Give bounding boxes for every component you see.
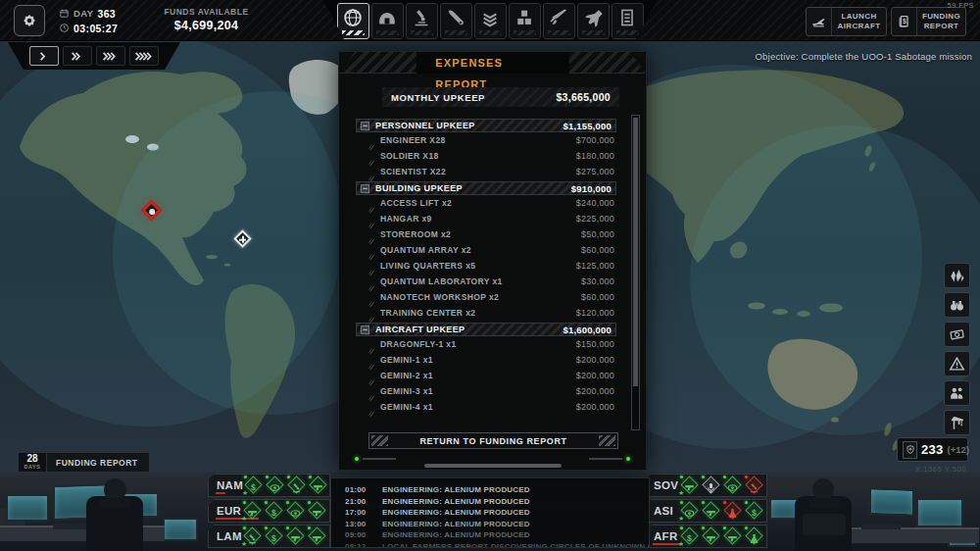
funding-report-label: FUNDING REPORT <box>917 8 965 35</box>
nav-tab-engineering[interactable] <box>440 3 472 39</box>
gun-icon[interactable] <box>307 526 327 547</box>
gun-icon[interactable] <box>285 526 306 547</box>
svg-text:$: $ <box>271 533 276 543</box>
microscope-icon[interactable] <box>286 475 307 496</box>
gun-icon[interactable] <box>701 500 721 522</box>
gun-icon[interactable]: ★ <box>679 475 700 496</box>
gun-icon[interactable] <box>307 500 327 522</box>
expense-item-value: $150,000 <box>576 339 614 349</box>
gun-icon[interactable] <box>308 475 328 496</box>
geoscape-toolbar <box>944 263 970 435</box>
expense-item-value: $120,000 <box>576 308 614 318</box>
expense-item-value: $225,000 <box>576 214 614 224</box>
log-entry: 09:00 ENGINEERING: ALENIUM PRODUCED <box>345 529 649 541</box>
gun-icon[interactable]: ★ <box>242 500 263 522</box>
recon-button[interactable] <box>944 292 970 318</box>
status-dot <box>723 501 726 504</box>
nav-tab-geoscape[interactable] <box>337 3 369 39</box>
resource-counter[interactable]: 233 (+12) <box>897 437 968 462</box>
collapse-minus-icon[interactable]: − <box>361 184 369 193</box>
nav-tab-base[interactable] <box>371 3 404 39</box>
nav-tab-research[interactable] <box>406 3 438 39</box>
jet-icon <box>582 7 604 28</box>
calendar-icon <box>59 8 70 19</box>
expense-item-value: $200,000 <box>576 402 614 412</box>
expense-section-header[interactable]: − BUILDING UPKEEP $910,000 <box>356 181 616 195</box>
icon-frame <box>266 476 283 493</box>
dollar-icon[interactable]: $★ <box>243 475 264 496</box>
region-row-asi[interactable]: ASI ★$ <box>645 499 767 523</box>
days-value: 28 <box>19 454 46 464</box>
region-row-sov[interactable]: SOV ★ <box>645 474 767 497</box>
eye-icon[interactable] <box>265 475 285 496</box>
personnel-button[interactable] <box>944 380 970 406</box>
speed-button-4x[interactable] <box>129 46 159 66</box>
star-icon: ★ <box>678 489 684 496</box>
gun-icon[interactable] <box>722 526 743 547</box>
log-entry: 01:00 ENGINEERING: ALENIUM PRODUCED <box>345 484 649 496</box>
skull-icon <box>149 209 155 215</box>
scrollbar-track[interactable] <box>631 115 640 430</box>
flask-icon[interactable] <box>722 500 743 522</box>
funding-report-button[interactable]: $ FUNDING REPORT <box>891 7 966 36</box>
dollar-icon[interactable]: $ <box>264 526 284 547</box>
flask-icon[interactable] <box>744 526 764 547</box>
event-log[interactable]: 01:00 ENGINEERING: ALENIUM PRODUCED 21:0… <box>330 477 650 548</box>
plane-icon <box>807 8 832 35</box>
tab-stripe <box>479 30 502 35</box>
region-status-icons: ★ <box>679 475 766 496</box>
status-led <box>355 457 359 461</box>
funding-report-notice[interactable]: 28 DAYS FUNDING REPORT <box>18 452 150 473</box>
nav-tab-soldiers[interactable] <box>474 3 507 39</box>
time-speed-controls <box>8 42 180 70</box>
eye-icon[interactable] <box>285 500 306 522</box>
region-row-lam[interactable]: LAM ★$ <box>208 525 330 548</box>
mic-icon[interactable] <box>701 475 721 496</box>
expense-section-header[interactable]: − PERSONNEL UPKEEP $1,155,000 <box>356 119 616 132</box>
expense-item-row: QUANTUM LABORATORY x1 $30,000 <box>356 274 616 289</box>
gun-icon[interactable] <box>701 526 721 547</box>
status-dot <box>286 501 289 504</box>
main-nav-tabs <box>323 0 657 41</box>
scrollbar-thumb[interactable] <box>633 118 638 386</box>
region-row-nam[interactable]: NAM $★ <box>208 474 330 497</box>
status-dot <box>308 526 311 529</box>
expense-item-icon <box>368 137 375 144</box>
return-to-funding-report-button[interactable]: RETURN TO FUNDING REPORT <box>368 432 618 449</box>
dollar-icon[interactable]: $ <box>264 500 284 522</box>
log-time: 17:00 <box>345 508 382 517</box>
speed-button-3x[interactable] <box>96 46 125 66</box>
nav-tab-aircraft[interactable] <box>577 3 610 39</box>
microscope-icon[interactable] <box>744 475 764 496</box>
launch-aircraft-button[interactable]: LAUNCH AIRCRAFT <box>806 7 887 36</box>
log-entry: 13:00 ENGINEERING: ALENIUM PRODUCED <box>345 519 649 530</box>
microscope-icon[interactable]: ★ <box>242 526 263 547</box>
alerts-button[interactable] <box>944 351 970 376</box>
nav-tab-armory[interactable] <box>543 3 575 39</box>
region-row-afr[interactable]: AFR $★ <box>645 525 767 548</box>
settings-button[interactable] <box>14 5 45 36</box>
resources-button[interactable] <box>944 263 970 288</box>
speed-button-1x[interactable] <box>29 46 59 66</box>
finances-button[interactable] <box>944 322 970 347</box>
region-row-eur[interactable]: EUR ★$ <box>208 499 330 523</box>
status-dot <box>286 526 289 529</box>
speed-button-2x[interactable] <box>63 46 92 66</box>
dollar-icon[interactable]: $ <box>744 500 764 522</box>
region-code: LAM <box>209 530 242 542</box>
icon-frame <box>745 476 762 493</box>
collapse-minus-icon[interactable]: − <box>361 122 369 130</box>
dollar-icon[interactable]: $★ <box>679 526 700 547</box>
nav-tab-storage[interactable] <box>509 3 541 39</box>
construction-button[interactable] <box>944 410 970 435</box>
eye-icon[interactable]: ★ <box>679 500 700 522</box>
eye-icon[interactable] <box>722 475 743 496</box>
status-dot <box>287 476 290 478</box>
status-dot <box>265 501 268 504</box>
icon-frame <box>287 476 305 493</box>
log-time: 08:12 <box>345 542 382 548</box>
nav-tab-archive[interactable] <box>612 3 644 39</box>
expense-item-row: HANGAR x9 $225,000 <box>356 211 616 226</box>
collapse-minus-icon[interactable]: − <box>361 326 369 334</box>
expense-section-header[interactable]: − AIRCRAFT UPKEEP $1,600,000 <box>356 323 616 336</box>
